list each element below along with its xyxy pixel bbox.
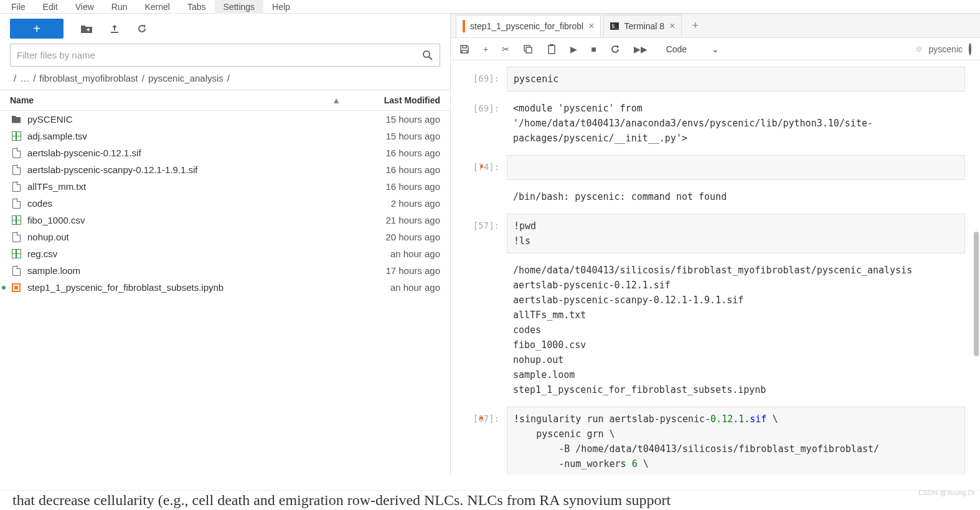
file-row[interactable]: nohup.out20 hours ago xyxy=(0,229,450,245)
nb-icon xyxy=(10,283,22,292)
kernel-name[interactable]: pyscenic xyxy=(929,44,963,54)
notebook-cells[interactable]: [69]:pyscenic[69]:<module 'pyscenic' fro… xyxy=(451,60,980,475)
new-folder-icon[interactable] xyxy=(81,24,92,33)
crumb-ell[interactable]: … xyxy=(20,73,29,83)
svg-rect-7 xyxy=(526,47,532,53)
kernel-busy-icon[interactable]: ✲ xyxy=(915,44,923,54)
background-text: that decrease cellularity (e.g., cell de… xyxy=(0,490,980,510)
copy-icon[interactable] xyxy=(523,44,533,54)
file-name: aertslab-pyscenic-scanpy-0.12.1-1.9.1.si… xyxy=(27,164,334,175)
add-tab-button[interactable]: + xyxy=(684,19,706,32)
tab-notebook[interactable]: step1_1_pyscenic_for_fibrobl × xyxy=(456,15,601,37)
file-row[interactable]: allTFs_mm.txt16 hours ago xyxy=(0,178,450,195)
filter-box xyxy=(10,44,440,67)
file-modified: 17 hours ago xyxy=(334,265,440,276)
cell-prompt: [67]: xyxy=(457,407,507,475)
save-icon[interactable] xyxy=(459,44,469,54)
crumb-2[interactable]: pyscenic_analysis xyxy=(148,73,224,83)
kernel-status-icon[interactable] xyxy=(969,44,971,54)
file-icon xyxy=(10,232,22,242)
tab-terminal[interactable]: $_ Terminal 8 × xyxy=(603,15,682,37)
new-launcher-button[interactable]: + xyxy=(10,19,64,39)
svg-text:$_: $_ xyxy=(611,23,618,29)
file-name: adj.sample.tsv xyxy=(27,131,334,141)
svg-line-3 xyxy=(429,57,432,60)
menu-kernel[interactable]: Kernel xyxy=(136,0,178,14)
restart-run-icon[interactable]: ▶▶ xyxy=(634,44,648,54)
code-input[interactable]: !singularity run aertslab-pyscenic-0.12.… xyxy=(507,407,965,475)
menu-run[interactable]: Run xyxy=(103,0,136,14)
col-name[interactable]: Name xyxy=(10,95,34,105)
filter-input[interactable] xyxy=(17,50,422,60)
restart-icon[interactable] xyxy=(610,44,620,54)
file-row[interactable]: codes2 hours ago xyxy=(0,195,450,212)
work-area: step1_1_pyscenic_for_fibrobl × $_ Termin… xyxy=(451,14,980,475)
notebook-toolbar: + ✂ ▶ ■ ▶▶ Code⌄ ✲ pyscenic xyxy=(451,38,980,60)
file-name: nohup.out xyxy=(27,232,334,242)
file-list: pySCENIC15 hours agoadj.sample.tsv15 hou… xyxy=(0,111,450,296)
file-modified: 15 hours ago xyxy=(334,114,440,125)
cell-output: /home/data/t040413/silicosis/fibroblast_… xyxy=(507,258,965,402)
code-input[interactable]: pyscenic xyxy=(507,67,965,92)
tab-label: step1_1_pyscenic_for_fibrobl xyxy=(470,21,583,31)
file-name: allTFs_mm.txt xyxy=(27,181,334,192)
cell[interactable]: /home/data/t040413/silicosis/fibroblast_… xyxy=(457,258,965,402)
menu-tabs[interactable]: Tabs xyxy=(179,0,215,14)
file-name: step1_1_pyscenic_for_fibroblast_subsets.… xyxy=(27,282,334,293)
run-icon[interactable]: ▶ xyxy=(570,44,577,54)
running-indicator xyxy=(2,286,6,290)
file-modified: 16 hours ago xyxy=(334,148,440,158)
cell[interactable]: /bin/bash: pyscenic: command not found xyxy=(457,185,965,209)
crumb-1[interactable]: fibroblast_myofibroblast xyxy=(39,73,138,83)
file-name: fibo_1000.csv xyxy=(27,215,334,225)
cell-prompt: [57]: xyxy=(457,214,507,253)
menu-view[interactable]: View xyxy=(67,0,103,14)
breadcrumb: / … / fibroblast_myofibroblast / pysceni… xyxy=(0,70,450,90)
svg-point-2 xyxy=(423,51,430,57)
file-row[interactable]: step1_1_pyscenic_for_fibroblast_subsets.… xyxy=(0,279,450,296)
close-icon[interactable]: × xyxy=(588,21,594,32)
menu-file[interactable]: File xyxy=(2,0,34,14)
cell[interactable]: [69]:pyscenic xyxy=(457,67,965,92)
notebook-icon xyxy=(463,21,465,31)
menu-settings[interactable]: Settings xyxy=(215,0,264,14)
file-row[interactable]: pySCENIC15 hours ago xyxy=(0,111,450,128)
code-input[interactable]: !pwd !ls xyxy=(507,214,965,253)
crumb-root[interactable]: / xyxy=(14,73,16,83)
file-row[interactable]: fibo_1000.csv21 hours ago xyxy=(0,212,450,229)
cell-prompt: [69]: xyxy=(457,97,507,150)
main: + / … / fibroblast_myofibroblast / pysce… xyxy=(0,14,980,475)
csv-icon xyxy=(10,215,22,225)
insert-cell-icon[interactable]: + xyxy=(483,44,488,54)
tab-bar: step1_1_pyscenic_for_fibrobl × $_ Termin… xyxy=(451,14,980,38)
file-browser: + / … / fibroblast_myofibroblast / pysce… xyxy=(0,14,451,475)
file-row[interactable]: aertslab-pyscenic-scanpy-0.12.1-1.9.1.si… xyxy=(0,161,450,178)
paste-icon[interactable] xyxy=(547,44,557,54)
terminal-icon: $_ xyxy=(610,22,619,30)
file-icon xyxy=(10,199,22,209)
file-list-header: Name ▲ Last Modified xyxy=(0,90,450,111)
cell[interactable]: [74]: xyxy=(457,155,965,180)
watermark: CSDN @Young.Dr xyxy=(918,489,975,496)
sort-icon[interactable]: ▲ xyxy=(332,95,341,105)
cell[interactable]: [57]:!pwd !ls xyxy=(457,214,965,253)
file-row[interactable]: sample.loom17 hours ago xyxy=(0,262,450,279)
cell[interactable]: [69]:<module 'pyscenic' from '/home/data… xyxy=(457,97,965,150)
col-modified[interactable]: Last Modified xyxy=(341,95,440,105)
file-modified: 20 hours ago xyxy=(334,232,440,242)
code-input[interactable] xyxy=(507,155,965,180)
close-icon[interactable]: × xyxy=(669,21,675,32)
cut-icon[interactable]: ✂ xyxy=(502,44,509,54)
refresh-icon[interactable] xyxy=(137,24,147,34)
file-row[interactable]: reg.csvan hour ago xyxy=(0,245,450,262)
search-icon[interactable] xyxy=(422,50,433,61)
menu-edit[interactable]: Edit xyxy=(34,0,67,14)
scrollbar[interactable] xyxy=(974,232,979,356)
cell-type-dropdown[interactable]: Code⌄ xyxy=(661,43,724,55)
file-row[interactable]: aertslab-pyscenic-0.12.1.sif16 hours ago xyxy=(0,144,450,161)
stop-icon[interactable]: ■ xyxy=(591,44,596,54)
cell[interactable]: [67]:!singularity run aertslab-pyscenic-… xyxy=(457,407,965,475)
file-row[interactable]: adj.sample.tsv15 hours ago xyxy=(0,128,450,144)
upload-icon[interactable] xyxy=(110,24,120,34)
menu-help[interactable]: Help xyxy=(263,0,299,14)
